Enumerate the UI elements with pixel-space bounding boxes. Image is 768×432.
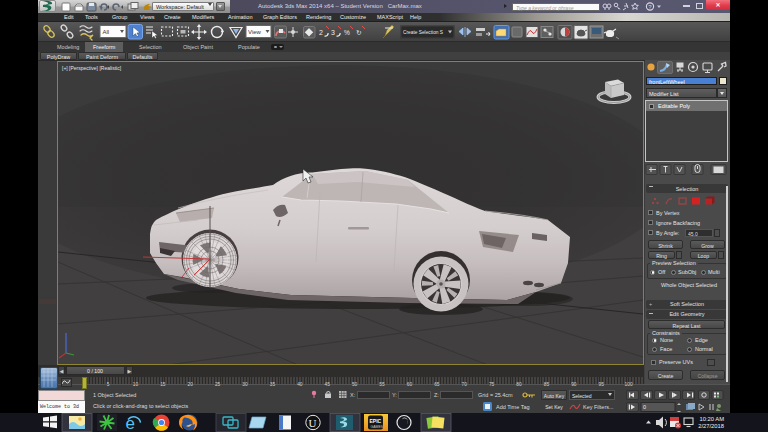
svg-text:2: 2 (319, 29, 323, 36)
svg-text:3: 3 (331, 29, 335, 36)
svg-text:EPIC: EPIC (370, 418, 382, 424)
svg-text:↻: ↻ (356, 29, 361, 36)
svg-text:Create Selection S: Create Selection S (403, 29, 443, 34)
svg-text:U: U (309, 417, 317, 429)
svg-text:View: View (248, 28, 262, 34)
svg-text:%: % (344, 29, 350, 36)
svg-text:0: 0 (643, 404, 646, 410)
svg-text:GAMES: GAMES (371, 425, 384, 429)
svg-text:All: All (103, 28, 110, 34)
svg-text:[+] [Perspective] [Realistic]: [+] [Perspective] [Realistic] (62, 65, 122, 71)
svg-text:?: ? (648, 4, 652, 10)
